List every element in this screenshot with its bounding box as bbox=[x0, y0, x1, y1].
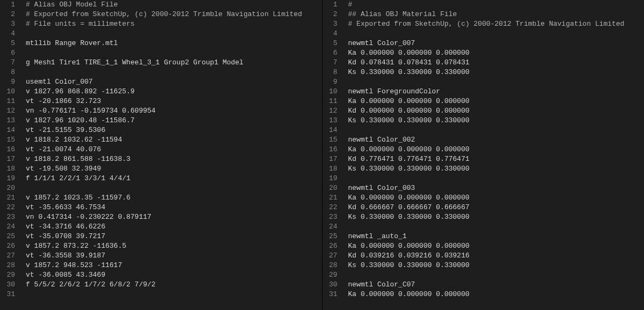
code-line[interactable]: 23Ks 0.330000 0.330000 0.330000 bbox=[323, 212, 645, 222]
line-number: 1 bbox=[323, 0, 345, 10]
code-line[interactable]: 19 bbox=[323, 174, 645, 183]
code-line[interactable]: 11vt -20.1866 32.723 bbox=[0, 97, 322, 106]
code-line[interactable]: 29 bbox=[323, 270, 645, 280]
code-line[interactable]: 6 bbox=[0, 48, 322, 58]
line-number: 11 bbox=[323, 97, 345, 106]
code-line[interactable]: 25newmtl _auto_1 bbox=[323, 232, 645, 241]
code-text: Ks 0.330000 0.330000 0.330000 bbox=[345, 212, 645, 222]
code-line[interactable]: 28Ks 0.330000 0.330000 0.330000 bbox=[323, 261, 645, 270]
code-line[interactable]: 30f 5/5/2 2/6/2 1/7/2 6/8/2 7/9/2 bbox=[0, 280, 322, 290]
code-line[interactable]: 9 bbox=[323, 77, 645, 87]
code-line[interactable]: 17v 1818.2 861.588 -11638.3 bbox=[0, 154, 322, 164]
line-number: 10 bbox=[0, 87, 23, 97]
code-line[interactable]: 15v 1818.2 1032.62 -11594 bbox=[0, 135, 322, 145]
line-number: 13 bbox=[323, 116, 345, 126]
code-line[interactable]: 18vt -19.508 32.3949 bbox=[0, 164, 322, 174]
code-line[interactable]: 21Ka 0.000000 0.000000 0.000000 bbox=[323, 193, 645, 203]
code-text: # Alias OBJ Model File bbox=[23, 0, 322, 10]
code-line[interactable]: 26Ka 0.000000 0.000000 0.000000 bbox=[323, 241, 645, 251]
code-line[interactable]: 2## Alias OBJ Material File bbox=[323, 10, 645, 19]
line-number: 23 bbox=[323, 212, 345, 222]
code-text bbox=[345, 222, 645, 232]
code-line[interactable]: 23vn 0.417314 -0.230222 0.879117 bbox=[0, 212, 322, 222]
code-text: g Mesh1 Tire1 TIRE_1_1 Wheel_3_1 Group2 … bbox=[23, 58, 322, 68]
code-line[interactable]: 27Kd 0.039216 0.039216 0.039216 bbox=[323, 251, 645, 261]
right-editor-pane[interactable]: 1#2## Alias OBJ Material File3# Exported… bbox=[323, 0, 645, 310]
code-line[interactable]: 5newmtl Color_007 bbox=[323, 39, 645, 48]
code-text: v 1827.96 1020.48 -11586.7 bbox=[23, 116, 322, 126]
code-line[interactable]: 1# Alias OBJ Model File bbox=[0, 0, 322, 10]
code-line[interactable]: 15newmtl Color_002 bbox=[323, 135, 645, 145]
code-line[interactable]: 9usemtl Color_007 bbox=[0, 77, 322, 87]
line-number: 19 bbox=[0, 174, 23, 183]
line-number: 7 bbox=[0, 58, 23, 68]
code-line[interactable]: 24 bbox=[323, 222, 645, 232]
code-text: newmtl Color_002 bbox=[345, 135, 645, 145]
code-text: Ks 0.330000 0.330000 0.330000 bbox=[345, 68, 645, 77]
code-line[interactable]: 7Kd 0.078431 0.078431 0.078431 bbox=[323, 58, 645, 68]
line-number: 9 bbox=[0, 77, 23, 87]
code-line[interactable]: 17Kd 0.776471 0.776471 0.776471 bbox=[323, 154, 645, 164]
code-line[interactable]: 16Ka 0.000000 0.000000 0.000000 bbox=[323, 145, 645, 154]
code-line[interactable]: 12vn -0.776171 -0.159734 0.609954 bbox=[0, 106, 322, 116]
code-line[interactable]: 13v 1827.96 1020.48 -11586.7 bbox=[0, 116, 322, 126]
code-line[interactable]: 14vt -21.5155 39.5306 bbox=[0, 126, 322, 135]
line-number: 25 bbox=[323, 232, 345, 241]
line-number: 20 bbox=[323, 183, 345, 193]
code-line[interactable]: 8Ks 0.330000 0.330000 0.330000 bbox=[323, 68, 645, 77]
code-line[interactable]: 14 bbox=[323, 126, 645, 135]
code-line[interactable]: 5mtllib Range Rover.mtl bbox=[0, 39, 322, 48]
line-number: 8 bbox=[323, 68, 345, 77]
code-line[interactable]: 20 bbox=[0, 183, 322, 193]
code-text bbox=[345, 29, 645, 39]
code-line[interactable]: 30newmtl Color_C07 bbox=[323, 280, 645, 290]
code-line[interactable]: 3# Exported from SketchUp, (c) 2000-2012… bbox=[323, 19, 645, 29]
code-line[interactable]: 4 bbox=[0, 29, 322, 39]
code-line[interactable]: 19f 1/1/1 2/2/1 3/3/1 4/4/1 bbox=[0, 174, 322, 183]
code-line[interactable]: 13Ks 0.330000 0.330000 0.330000 bbox=[323, 116, 645, 126]
line-number: 10 bbox=[323, 87, 345, 97]
line-number: 5 bbox=[0, 39, 23, 48]
code-line[interactable]: 10v 1827.96 868.892 -11625.9 bbox=[0, 87, 322, 97]
line-number: 31 bbox=[0, 290, 23, 299]
code-line[interactable]: 20newmtl Color_003 bbox=[323, 183, 645, 193]
code-text: vt -36.0085 43.3469 bbox=[23, 270, 322, 280]
code-line[interactable]: 29vt -36.0085 43.3469 bbox=[0, 270, 322, 280]
line-number: 3 bbox=[0, 19, 23, 29]
line-number: 4 bbox=[323, 29, 345, 39]
code-line[interactable]: 22Kd 0.666667 0.666667 0.666667 bbox=[323, 203, 645, 212]
code-line[interactable]: 18Ks 0.330000 0.330000 0.330000 bbox=[323, 164, 645, 174]
code-text: Ka 0.000000 0.000000 0.000000 bbox=[345, 145, 645, 154]
left-editor-pane[interactable]: 1# Alias OBJ Model File2# Exported from … bbox=[0, 0, 323, 310]
code-line[interactable]: 2# Exported from SketchUp, (c) 2000-2012… bbox=[0, 10, 322, 19]
code-line[interactable]: 27vt -36.3558 39.9187 bbox=[0, 251, 322, 261]
line-number: 15 bbox=[323, 135, 345, 145]
line-number: 19 bbox=[323, 174, 345, 183]
code-line[interactable]: 12Kd 0.000000 0.000000 0.000000 bbox=[323, 106, 645, 116]
code-text: Ks 0.330000 0.330000 0.330000 bbox=[345, 164, 645, 174]
line-number: 5 bbox=[323, 39, 345, 48]
line-number: 28 bbox=[0, 261, 23, 270]
code-line[interactable]: 28v 1857.2 948.523 -11617 bbox=[0, 261, 322, 270]
code-line[interactable]: 11Ka 0.000000 0.000000 0.000000 bbox=[323, 97, 645, 106]
code-line[interactable]: 22vt -35.6633 46.7534 bbox=[0, 203, 322, 212]
code-line[interactable]: 7g Mesh1 Tire1 TIRE_1_1 Wheel_3_1 Group2… bbox=[0, 58, 322, 68]
code-line[interactable]: 25vt -35.0708 39.7217 bbox=[0, 232, 322, 241]
code-line[interactable]: 6Ka 0.000000 0.000000 0.000000 bbox=[323, 48, 645, 58]
code-line[interactable]: 31Ka 0.000000 0.000000 0.000000 bbox=[323, 290, 645, 299]
code-line[interactable]: 31 bbox=[0, 290, 322, 299]
code-line[interactable]: 4 bbox=[323, 29, 645, 39]
code-line[interactable]: 8 bbox=[0, 68, 322, 77]
code-text: Kd 0.078431 0.078431 0.078431 bbox=[345, 58, 645, 68]
code-line[interactable]: 21v 1857.2 1023.35 -11597.6 bbox=[0, 193, 322, 203]
code-line[interactable]: 24vt -34.3716 46.6226 bbox=[0, 222, 322, 232]
code-line[interactable]: 26v 1857.2 873.22 -11636.5 bbox=[0, 241, 322, 251]
line-number: 2 bbox=[0, 10, 23, 19]
line-number: 25 bbox=[0, 232, 23, 241]
code-line[interactable]: 3# File units = millimeters bbox=[0, 19, 322, 29]
code-line[interactable]: 16vt -21.0074 40.076 bbox=[0, 145, 322, 154]
line-number: 18 bbox=[0, 164, 23, 174]
code-text: mtllib Range Rover.mtl bbox=[23, 39, 322, 48]
code-line[interactable]: 10newmtl ForegroundColor bbox=[323, 87, 645, 97]
code-line[interactable]: 1# bbox=[323, 0, 645, 10]
